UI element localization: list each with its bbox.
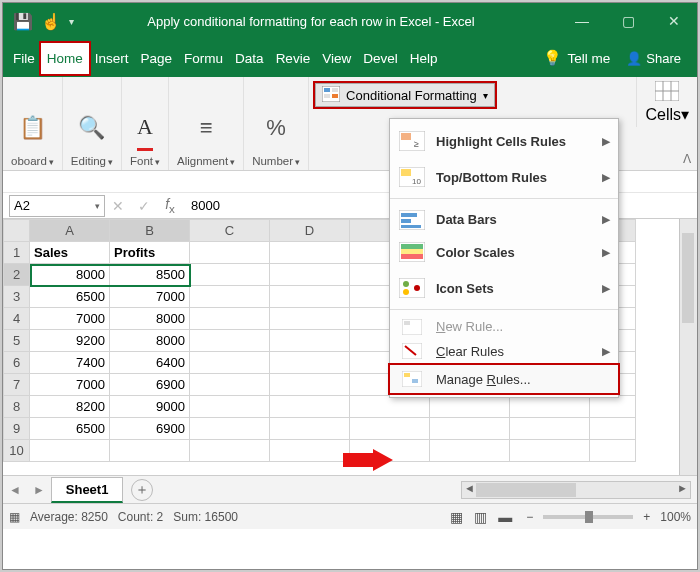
tab-developer[interactable]: Devel xyxy=(357,43,404,74)
cell[interactable] xyxy=(510,396,590,418)
menu-color-scales[interactable]: Color Scales ▶ xyxy=(390,234,618,270)
cell[interactable] xyxy=(590,418,636,440)
cell[interactable] xyxy=(270,264,350,286)
cell[interactable]: 6900 xyxy=(110,418,190,440)
cell[interactable] xyxy=(190,418,270,440)
cell[interactable] xyxy=(270,396,350,418)
col-header-a[interactable]: A xyxy=(30,220,110,242)
row-header[interactable]: 3 xyxy=(4,286,30,308)
tab-formulas[interactable]: Formu xyxy=(178,43,229,74)
minimize-button[interactable]: — xyxy=(559,5,605,37)
sheet-tab[interactable]: Sheet1 xyxy=(51,477,124,503)
col-header-c[interactable]: C xyxy=(190,220,270,242)
cell[interactable]: 7000 xyxy=(110,286,190,308)
cell[interactable]: 7400 xyxy=(30,352,110,374)
cell[interactable] xyxy=(270,242,350,264)
cell[interactable]: 6500 xyxy=(30,286,110,308)
page-break-view-icon[interactable]: ▬ xyxy=(494,509,516,525)
group-font[interactable]: A Font▾ xyxy=(122,77,169,170)
cell[interactable] xyxy=(270,330,350,352)
enter-formula-icon[interactable]: ✓ xyxy=(131,198,157,214)
cell[interactable] xyxy=(590,396,636,418)
row-header[interactable]: 2 xyxy=(4,264,30,286)
row-header[interactable]: 6 xyxy=(4,352,30,374)
col-header-d[interactable]: D xyxy=(270,220,350,242)
cell[interactable]: 8000 xyxy=(110,330,190,352)
cell[interactable] xyxy=(270,286,350,308)
cell[interactable] xyxy=(270,352,350,374)
cell[interactable] xyxy=(190,374,270,396)
menu-manage-rules[interactable]: Manage Rules... xyxy=(390,365,618,393)
touch-mode-icon[interactable]: ☝ xyxy=(41,12,61,31)
zoom-level[interactable]: 100% xyxy=(660,510,691,524)
scroll-right-icon[interactable]: ► xyxy=(677,482,688,494)
group-number[interactable]: % Number▾ xyxy=(244,77,309,170)
col-header-b[interactable]: B xyxy=(110,220,190,242)
menu-data-bars[interactable]: Data Bars ▶ xyxy=(390,198,618,234)
cell[interactable]: 7000 xyxy=(30,308,110,330)
menu-icon-sets[interactable]: Icon Sets ▶ xyxy=(390,270,618,306)
tab-page-layout[interactable]: Page xyxy=(135,43,179,74)
cell[interactable]: 9200 xyxy=(30,330,110,352)
normal-view-icon[interactable]: ▦ xyxy=(446,509,467,525)
group-alignment[interactable]: ≡ Alignment▾ xyxy=(169,77,244,170)
cell[interactable]: 8200 xyxy=(30,396,110,418)
cancel-formula-icon[interactable]: ✕ xyxy=(105,198,131,214)
name-box[interactable]: A2 ▾ xyxy=(9,195,105,217)
menu-new-rule[interactable]: New Rule... xyxy=(390,309,618,337)
row-header[interactable]: 9 xyxy=(4,418,30,440)
cell[interactable] xyxy=(30,440,110,462)
cell[interactable] xyxy=(350,418,430,440)
row-header[interactable]: 8 xyxy=(4,396,30,418)
cell[interactable] xyxy=(270,308,350,330)
group-cells[interactable]: Cells▾ xyxy=(636,77,697,127)
zoom-out-button[interactable]: − xyxy=(526,510,533,524)
cell[interactable]: 6500 xyxy=(30,418,110,440)
cell[interactable]: 9000 xyxy=(110,396,190,418)
share-button[interactable]: 👤 Share xyxy=(620,51,687,66)
vertical-scrollbar[interactable] xyxy=(679,219,697,475)
sheet-nav-next-icon[interactable]: ► xyxy=(27,483,51,497)
cell[interactable] xyxy=(510,440,590,462)
cell[interactable] xyxy=(110,440,190,462)
tell-me[interactable]: Tell me xyxy=(566,43,617,74)
cell[interactable] xyxy=(190,330,270,352)
cell[interactable]: Sales xyxy=(30,242,110,264)
fx-icon[interactable]: fx xyxy=(157,196,183,215)
restore-button[interactable]: ▢ xyxy=(605,5,651,37)
cell[interactable] xyxy=(590,440,636,462)
group-editing[interactable]: 🔍 Editing▾ xyxy=(63,77,122,170)
zoom-in-button[interactable]: + xyxy=(643,510,650,524)
tab-file[interactable]: File xyxy=(7,43,41,74)
cell[interactable] xyxy=(190,242,270,264)
menu-top-bottom-rules[interactable]: 10 Top/Bottom Rules ▶ xyxy=(390,159,618,195)
tab-view[interactable]: View xyxy=(316,43,357,74)
zoom-slider[interactable] xyxy=(543,515,633,519)
sheet-nav-prev-icon[interactable]: ◄ xyxy=(3,483,27,497)
tab-help[interactable]: Help xyxy=(404,43,444,74)
cell[interactable] xyxy=(270,418,350,440)
cell[interactable] xyxy=(190,308,270,330)
horizontal-scrollbar[interactable]: ◄ ► xyxy=(461,481,691,499)
add-sheet-button[interactable]: ＋ xyxy=(131,479,153,501)
collapse-ribbon-icon[interactable]: ᐱ xyxy=(683,152,691,166)
scroll-left-icon[interactable]: ◄ xyxy=(464,482,475,494)
menu-clear-rules[interactable]: Clear Rules ▶ xyxy=(390,337,618,365)
tab-home[interactable]: Home xyxy=(41,43,89,74)
cell[interactable] xyxy=(510,418,590,440)
row-header[interactable]: 1 xyxy=(4,242,30,264)
cell[interactable]: 8000 xyxy=(30,264,110,286)
cell[interactable]: 6400 xyxy=(110,352,190,374)
menu-highlight-cells-rules[interactable]: ≥ Highlight Cells Rules ▶ xyxy=(390,123,618,159)
cell[interactable]: Profits xyxy=(110,242,190,264)
row-header[interactable]: 7 xyxy=(4,374,30,396)
cell[interactable]: 6900 xyxy=(110,374,190,396)
cell[interactable] xyxy=(190,440,270,462)
cell[interactable] xyxy=(430,418,510,440)
cell[interactable] xyxy=(270,440,350,462)
page-layout-view-icon[interactable]: ▥ xyxy=(470,509,491,525)
cell[interactable] xyxy=(270,374,350,396)
cell[interactable] xyxy=(430,440,510,462)
cell[interactable] xyxy=(190,264,270,286)
view-switcher[interactable]: ▦ ▥ ▬ xyxy=(446,509,517,525)
